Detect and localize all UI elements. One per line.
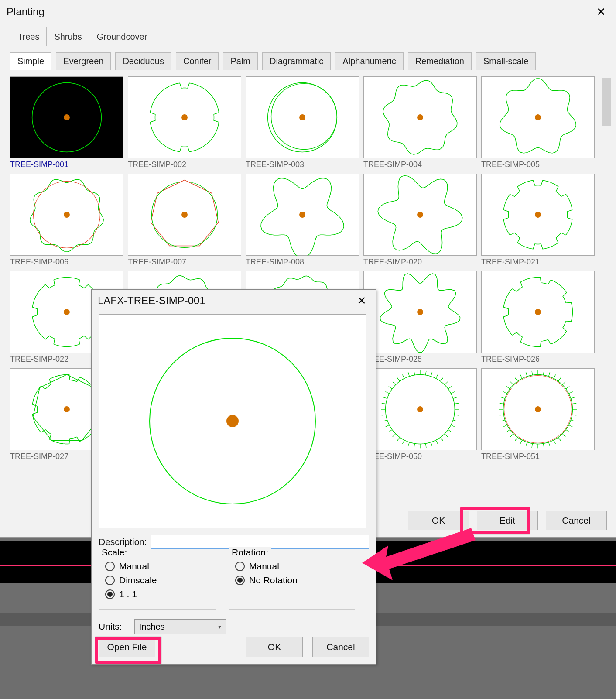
chevron-down-icon: ▾	[218, 623, 221, 630]
svg-line-89	[510, 382, 513, 385]
scale-11-radio[interactable]: 1 : 1	[105, 589, 210, 600]
svg-line-88	[506, 387, 510, 389]
svg-point-105	[535, 406, 541, 412]
svg-line-51	[408, 372, 409, 376]
symbol-thumb[interactable]	[363, 368, 477, 450]
symbol-thumb[interactable]	[481, 76, 595, 158]
subtab-smallscale[interactable]: Small-scale	[476, 52, 536, 70]
subtab-conifer[interactable]: Conifer	[176, 52, 219, 70]
svg-line-75	[532, 443, 533, 448]
symbol-thumb[interactable]	[481, 174, 595, 256]
subtab-diagrammatic[interactable]: Diagrammatic	[262, 52, 331, 70]
svg-line-52	[414, 371, 415, 375]
svg-point-20	[64, 406, 70, 412]
detail-title: LAFX-TREE-SIMP-001	[98, 295, 205, 307]
symbol-cell[interactable]: TREE-SIMP-051	[481, 368, 595, 461]
rotation-none-radio[interactable]: No Rotation	[235, 575, 349, 586]
symbol-thumb[interactable]	[363, 271, 477, 353]
svg-point-14	[535, 212, 541, 218]
svg-point-13	[417, 212, 423, 218]
detail-ok-button[interactable]: OK	[246, 637, 303, 657]
symbol-cell[interactable]: TREE-SIMP-004	[363, 76, 477, 169]
edit-button[interactable]: Edit	[477, 511, 538, 530]
svg-line-61	[453, 397, 457, 398]
symbol-cell[interactable]: TREE-SIMP-021	[481, 174, 595, 267]
symbol-cell[interactable]: TREE-SIMP-026	[481, 271, 595, 364]
svg-point-5	[299, 114, 305, 120]
symbol-thumb[interactable]	[481, 368, 595, 450]
symbol-thumb[interactable]	[10, 174, 123, 256]
svg-line-37	[397, 437, 400, 441]
symbol-caption: TREE-SIMP-003	[246, 160, 359, 169]
scale-manual-radio[interactable]: Manual	[105, 561, 210, 572]
scrollbar[interactable]: ▴ ▾	[602, 76, 611, 491]
scale-dimscale-radio[interactable]: Dimscale	[105, 575, 210, 586]
symbol-caption: TREE-SIMP-007	[128, 257, 241, 267]
svg-line-36	[402, 440, 404, 444]
style-tabs: Simple Evergreen Deciduous Conifer Palm …	[10, 52, 609, 70]
symbol-thumb[interactable]	[128, 174, 241, 256]
symbol-thumb[interactable]	[363, 174, 477, 256]
scroll-down-icon[interactable]: ▾	[602, 490, 611, 491]
symbol-caption: TREE-SIMP-001	[10, 160, 123, 169]
symbol-thumb[interactable]	[363, 76, 477, 158]
symbol-cell[interactable]: TREE-SIMP-005	[481, 76, 595, 169]
rotation-manual-radio[interactable]: Manual	[235, 561, 349, 572]
svg-line-97	[554, 374, 556, 378]
subtab-palm[interactable]: Palm	[223, 52, 258, 70]
subtab-simple[interactable]: Simple	[10, 52, 51, 70]
svg-line-67	[569, 425, 573, 427]
symbol-caption: TREE-SIMP-002	[128, 160, 241, 169]
svg-line-40	[385, 425, 389, 427]
subtab-deciduous[interactable]: Deciduous	[115, 52, 171, 70]
rotation-label: Rotation:	[229, 547, 271, 558]
symbol-cell[interactable]: TREE-SIMP-002	[128, 76, 241, 169]
svg-line-58	[445, 382, 448, 385]
svg-line-102	[571, 397, 575, 398]
svg-line-73	[543, 443, 544, 448]
symbol-cell[interactable]: TREE-SIMP-006	[10, 174, 123, 267]
svg-line-47	[389, 387, 392, 389]
open-file-button[interactable]: Open File	[99, 637, 155, 657]
symbol-thumb[interactable]	[246, 76, 359, 158]
scroll-up-icon[interactable]: ▴	[602, 76, 611, 77]
detail-cancel-button[interactable]: Cancel	[312, 637, 369, 657]
close-icon[interactable]: ✕	[593, 4, 609, 19]
svg-line-68	[566, 430, 569, 432]
symbol-caption: TREE-SIMP-050	[363, 452, 477, 461]
tab-trees[interactable]: Trees	[10, 27, 47, 46]
subtab-alphanumeric[interactable]: Alphanumeric	[335, 52, 403, 70]
symbol-thumb[interactable]	[10, 76, 123, 158]
close-icon[interactable]: ✕	[353, 293, 370, 308]
svg-line-45	[383, 397, 387, 398]
symbol-thumb[interactable]	[128, 76, 241, 158]
svg-point-1	[64, 114, 70, 120]
svg-line-54	[425, 371, 426, 375]
symbol-cell[interactable]: TREE-SIMP-025	[363, 271, 477, 364]
svg-line-41	[383, 420, 387, 421]
symbol-cell[interactable]: TREE-SIMP-007	[128, 174, 241, 267]
scrollbar-thumb[interactable]	[602, 78, 611, 126]
symbol-cell[interactable]: TREE-SIMP-050	[363, 368, 477, 461]
tab-groundcover[interactable]: Groundcover	[89, 27, 155, 46]
svg-line-39	[389, 430, 392, 432]
units-select[interactable]: Inches ▾	[134, 619, 226, 634]
symbol-cell[interactable]: TREE-SIMP-003	[246, 76, 359, 169]
svg-line-44	[382, 403, 386, 404]
svg-line-56	[436, 374, 438, 378]
symbol-thumb[interactable]	[246, 174, 359, 256]
svg-line-96	[549, 372, 550, 376]
svg-line-24	[454, 415, 459, 415]
symbol-cell[interactable]: TREE-SIMP-001	[10, 76, 123, 169]
symbol-thumb[interactable]	[481, 271, 595, 353]
tab-shrubs[interactable]: Shrubs	[47, 27, 89, 46]
svg-line-79	[510, 434, 513, 437]
svg-line-85	[500, 403, 504, 404]
symbol-cell[interactable]: TREE-SIMP-020	[363, 174, 477, 267]
cancel-button[interactable]: Cancel	[546, 511, 607, 530]
symbol-cell[interactable]: TREE-SIMP-008	[246, 174, 359, 267]
ok-button[interactable]: OK	[408, 511, 469, 530]
svg-line-92	[526, 372, 527, 376]
subtab-remediation[interactable]: Remediation	[408, 52, 472, 70]
subtab-evergreen[interactable]: Evergreen	[56, 52, 111, 70]
